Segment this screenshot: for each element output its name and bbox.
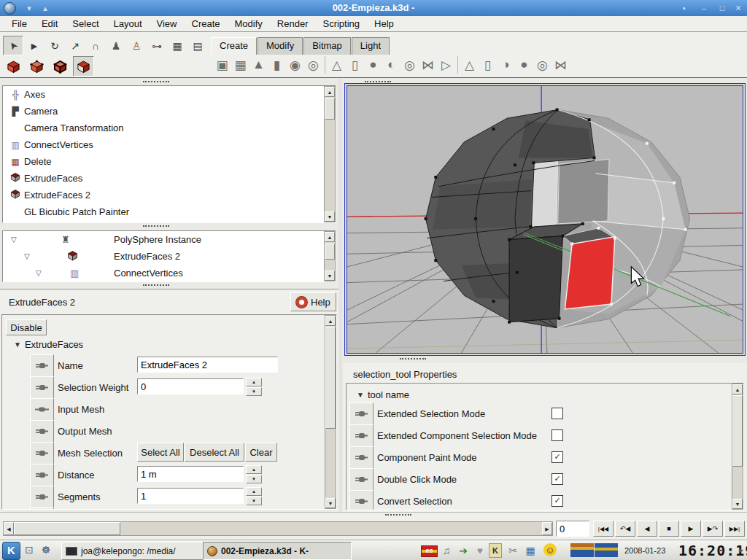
poly-grid-icon[interactable]: ▦ bbox=[231, 58, 249, 73]
taskbar-task-terminal[interactable]: joa@kelepongo: /media/ bbox=[61, 542, 210, 560]
app-window-icon[interactable] bbox=[4, 2, 16, 15]
konqueror-icon[interactable]: ☸ bbox=[39, 542, 53, 557]
tab-bitmap[interactable]: Bitmap bbox=[303, 37, 350, 55]
section-extrudefaces[interactable]: ▼ExtrudeFaces bbox=[14, 339, 83, 350]
select-all-button[interactable]: Select All bbox=[137, 443, 184, 462]
section-tool-name[interactable]: ▼tool name bbox=[357, 389, 409, 400]
list-item[interactable]: ▥ConnectVertices bbox=[3, 136, 336, 153]
spin-up-icon[interactable]: ▲ bbox=[246, 487, 262, 496]
window-maximize-button[interactable]: □ bbox=[715, 0, 729, 16]
tool-icon[interactable]: ✂ bbox=[506, 543, 520, 558]
panel-hide-arrow-icon[interactable]: ▶ bbox=[739, 547, 743, 553]
spin-down-icon[interactable]: ▼ bbox=[246, 497, 262, 505]
loop-forward-button[interactable]: ▶↷ bbox=[703, 521, 723, 537]
menu-render[interactable]: Render bbox=[270, 17, 316, 31]
tab-modify[interactable]: Modify bbox=[258, 37, 303, 55]
list-item[interactable]: ExtrudeFaces 2 bbox=[3, 187, 336, 203]
select-nodes-mode-button[interactable] bbox=[3, 56, 24, 77]
go-last-frame-button[interactable]: ▶▶| bbox=[724, 521, 745, 537]
channel-plug-button[interactable] bbox=[349, 446, 374, 469]
nurbs-hyperboloid-icon[interactable]: ⋈ bbox=[419, 58, 437, 73]
klipper-icon[interactable]: K bbox=[489, 543, 502, 558]
frame-field[interactable] bbox=[556, 521, 589, 537]
nurbs-paraboloid-icon[interactable]: ▷ bbox=[437, 58, 455, 73]
scroll-down-icon[interactable]: ▼ bbox=[325, 211, 335, 222]
deselect-all-button[interactable]: Deselect All bbox=[185, 443, 244, 462]
tree-expander-icon[interactable]: ▽ bbox=[24, 252, 30, 260]
channel-plug-button[interactable] bbox=[349, 402, 374, 425]
menu-view[interactable]: View bbox=[150, 17, 185, 31]
kmenu-button[interactable]: K bbox=[2, 542, 20, 560]
stop-button[interactable]: ■ bbox=[659, 521, 679, 537]
list-item[interactable]: ▛Camera bbox=[3, 103, 336, 120]
spin-up-icon[interactable]: ▲ bbox=[246, 509, 262, 510]
disable-button[interactable]: Disable bbox=[6, 319, 47, 335]
spin-down-icon[interactable]: ▼ bbox=[246, 387, 262, 396]
scrollbar-thumb[interactable] bbox=[325, 98, 335, 120]
quadric-cone-icon[interactable]: △ bbox=[460, 58, 479, 73]
network-icon[interactable]: ➔ bbox=[456, 543, 471, 558]
quadric-sphere-icon[interactable]: ● bbox=[515, 58, 533, 72]
scroll-down-icon[interactable]: ▼ bbox=[325, 498, 336, 508]
scroll-up-icon[interactable]: ▲ bbox=[325, 232, 335, 242]
list-item[interactable]: Camera Transformation bbox=[3, 120, 336, 136]
channel-plug-button[interactable] bbox=[30, 464, 54, 486]
spin-down-icon[interactable]: ▼ bbox=[246, 475, 262, 483]
scroll-right-icon[interactable]: ▶ bbox=[542, 522, 552, 535]
karm-icon[interactable]: ♥ bbox=[473, 543, 487, 558]
pager-desktop-2[interactable] bbox=[595, 543, 618, 557]
component-paint-mode-checkbox[interactable]: ✓ bbox=[551, 451, 563, 463]
parent-tool-button[interactable]: ♟ bbox=[107, 36, 125, 55]
loop-back-button[interactable]: ↶◀ bbox=[615, 521, 635, 537]
title-bar[interactable]: 002-Empieza.k3d - ▾ ▴ ▪ – □ × bbox=[0, 0, 747, 16]
window-minimize-button[interactable]: – bbox=[697, 0, 711, 16]
menu-help[interactable]: Help bbox=[367, 17, 401, 31]
scrollbar-thumb[interactable] bbox=[325, 327, 336, 429]
nurbs-sphere-icon[interactable]: ◐ bbox=[382, 58, 400, 72]
poly-cone-icon[interactable]: ▲ bbox=[249, 58, 268, 72]
segments-field[interactable] bbox=[137, 488, 244, 504]
channel-plug-button[interactable] bbox=[30, 420, 54, 443]
quadric-disk-icon[interactable]: ◑ bbox=[497, 58, 515, 72]
desktop-pager[interactable] bbox=[570, 543, 618, 557]
channel-plug-button[interactable] bbox=[349, 490, 374, 510]
distance-field[interactable] bbox=[137, 466, 244, 482]
tree-expander-icon[interactable]: ▽ bbox=[11, 236, 17, 244]
go-first-frame-button[interactable]: |◀◀ bbox=[593, 521, 614, 537]
disconnect-tool-button[interactable]: ⊶ bbox=[147, 36, 166, 55]
select-faces-mode-button[interactable] bbox=[73, 56, 94, 77]
channel-plug-button[interactable] bbox=[349, 424, 374, 447]
scroll-down-icon[interactable]: ▼ bbox=[732, 499, 743, 509]
scroll-left-icon[interactable]: ◀ bbox=[4, 522, 14, 535]
quadric-torus-icon[interactable]: ◎ bbox=[533, 58, 551, 73]
play-button[interactable]: ▶ bbox=[681, 521, 701, 537]
menu-edit[interactable]: Edit bbox=[34, 17, 65, 31]
column-splitter[interactable] bbox=[338, 79, 342, 518]
snap-tool-button[interactable]: ∩ bbox=[86, 36, 105, 55]
poly-torus-icon[interactable]: ◎ bbox=[304, 58, 322, 73]
help-button[interactable]: Help bbox=[290, 292, 336, 311]
volume-icon[interactable]: ♫ bbox=[439, 543, 454, 558]
scale-tool-button[interactable]: ↗ bbox=[66, 36, 85, 55]
pipeline-scrollbar[interactable]: ▲ ▼ bbox=[324, 231, 336, 281]
render-preview-button[interactable]: ▦ bbox=[168, 36, 187, 55]
play-backward-button[interactable]: ◀ bbox=[637, 521, 657, 537]
taskbar-task-k3d[interactable]: 002-Empieza.k3d - K- bbox=[203, 542, 352, 560]
scrollbar-thumb[interactable] bbox=[325, 244, 335, 260]
menu-modify[interactable]: Modify bbox=[228, 17, 270, 31]
select-lines-mode-button[interactable] bbox=[50, 56, 71, 77]
extended-component-selection-mode-checkbox[interactable] bbox=[551, 429, 563, 441]
window-close-button[interactable]: × bbox=[731, 0, 746, 16]
channel-plug-button[interactable] bbox=[30, 354, 54, 377]
window-shade-up-icon[interactable]: ▴ bbox=[38, 0, 53, 16]
window-shade-down-icon[interactable]: ▾ bbox=[22, 0, 36, 16]
unparent-tool-button[interactable]: ♙ bbox=[127, 36, 146, 55]
nurbs-torus-icon[interactable]: ◎ bbox=[400, 58, 419, 73]
spin-up-icon[interactable]: ▲ bbox=[246, 378, 262, 386]
scrollbar-thumb[interactable] bbox=[732, 395, 743, 467]
spin-up-icon[interactable]: ▲ bbox=[246, 465, 262, 474]
selection-weight-field[interactable] bbox=[137, 378, 244, 394]
panel-grip[interactable] bbox=[143, 284, 169, 288]
scrollbar-thumb[interactable] bbox=[14, 522, 120, 535]
pipeline-row[interactable]: ▽ ExtrudeFaces 2 bbox=[3, 248, 336, 265]
